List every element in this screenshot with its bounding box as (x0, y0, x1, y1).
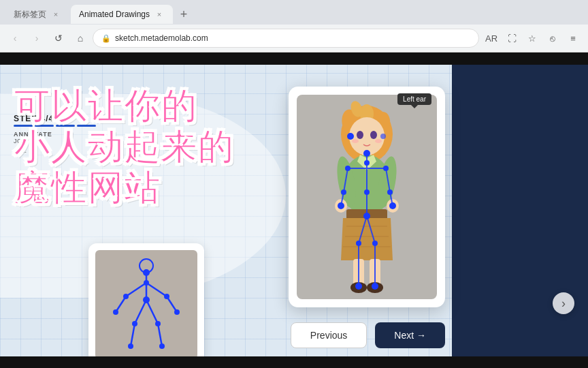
svg-line-1 (126, 283, 146, 296)
svg-point-16 (174, 309, 180, 315)
svg-point-19 (128, 343, 133, 349)
character-canvas (95, 250, 197, 359)
left-card (88, 243, 204, 366)
tooltip-text: Left ear (403, 95, 426, 103)
anime-character-svg (299, 97, 435, 298)
tab-newtab[interactable]: 新标签页 × (5, 5, 69, 24)
tab-animated-close[interactable]: × (154, 9, 165, 20)
tab-animated[interactable]: Animated Drawings × (71, 5, 173, 24)
svg-point-11 (144, 280, 149, 286)
right-card: Left ear (289, 87, 445, 307)
black-bar-top (0, 52, 588, 65)
skeleton-svg (102, 252, 191, 358)
svg-point-59 (383, 166, 389, 171)
svg-point-10 (143, 269, 150, 276)
svg-line-7 (131, 324, 135, 346)
ar-button[interactable]: AR (482, 29, 501, 48)
tooltip: Left ear (397, 93, 431, 105)
address-text: sketch.metademolab.com (115, 33, 470, 43)
svg-point-18 (155, 321, 161, 326)
chinese-overlay: 可以让你的 小人动起来的 魔性网站 (14, 87, 234, 209)
fullscreen-button[interactable]: ⛶ (502, 29, 521, 48)
page-content: 可以让你的 小人动起来的 魔性网站 STEP 4/4 ANNOTATE JOIN… (0, 52, 588, 368)
next-button[interactable]: Next → (375, 322, 445, 348)
svg-point-15 (113, 309, 118, 315)
svg-point-17 (132, 321, 137, 326)
svg-line-2 (146, 283, 167, 296)
previous-button[interactable]: Previous (291, 322, 367, 348)
back-button[interactable]: ‹ (5, 29, 24, 48)
dark-panel (452, 52, 588, 368)
tab-newtab-close[interactable]: × (50, 9, 61, 20)
svg-point-57 (363, 213, 370, 219)
nav-right-buttons: AR ⛶ ☆ ⎋ ≡ (482, 29, 583, 48)
scroll-arrow[interactable]: › (553, 292, 574, 314)
svg-point-61 (387, 189, 393, 195)
tab-newtab-label: 新标签页 (14, 9, 46, 20)
svg-point-69 (380, 134, 386, 139)
menu-button[interactable]: ≡ (564, 29, 583, 48)
svg-point-28 (370, 131, 377, 139)
forward-button[interactable]: › (27, 29, 46, 48)
svg-point-12 (143, 296, 150, 303)
lock-icon: 🔒 (101, 34, 111, 43)
svg-point-26 (349, 117, 385, 155)
svg-point-20 (159, 343, 165, 349)
tab-bar: 新标签页 × Animated Drawings × + (0, 0, 588, 25)
svg-point-29 (352, 139, 359, 143)
browser-chrome: 新标签页 × Animated Drawings × + ‹ › ↺ ⌂ 🔒 s… (0, 0, 588, 52)
home-button[interactable]: ⌂ (71, 29, 90, 48)
svg-point-13 (123, 294, 129, 299)
chinese-line-2: 小人动起来的 (14, 127, 234, 168)
svg-point-30 (375, 139, 382, 143)
svg-point-14 (164, 294, 169, 299)
svg-point-27 (357, 131, 363, 139)
share-button[interactable]: ⎋ (543, 29, 562, 48)
svg-point-54 (363, 150, 370, 157)
svg-point-60 (341, 189, 346, 195)
svg-line-5 (135, 300, 146, 324)
svg-line-3 (116, 296, 126, 312)
anime-canvas (297, 95, 437, 299)
svg-point-68 (347, 133, 354, 140)
svg-point-67 (372, 283, 378, 290)
action-buttons: Previous Next → (291, 322, 445, 348)
svg-line-4 (167, 296, 177, 312)
tab-animated-label: Animated Drawings (79, 10, 150, 19)
svg-point-64 (356, 241, 361, 246)
svg-point-58 (345, 166, 350, 171)
svg-point-66 (355, 283, 362, 290)
new-tab-button[interactable]: + (174, 5, 193, 24)
address-bar[interactable]: 🔒 sketch.metademolab.com (93, 29, 479, 48)
chinese-line-1: 可以让你的 (14, 87, 234, 127)
svg-point-55 (364, 160, 370, 166)
reload-button[interactable]: ↺ (49, 29, 68, 48)
svg-point-63 (389, 202, 396, 209)
svg-point-56 (364, 189, 370, 195)
svg-point-62 (338, 202, 344, 209)
star-button[interactable]: ☆ (523, 29, 542, 48)
black-bar-bottom (0, 356, 588, 368)
chinese-line-3: 魔性网站 (14, 168, 234, 209)
svg-point-65 (372, 241, 378, 246)
svg-line-6 (146, 300, 158, 324)
nav-bar: ‹ › ↺ ⌂ 🔒 sketch.metademolab.com AR ⛶ ☆ … (0, 25, 588, 52)
svg-line-8 (158, 324, 162, 346)
